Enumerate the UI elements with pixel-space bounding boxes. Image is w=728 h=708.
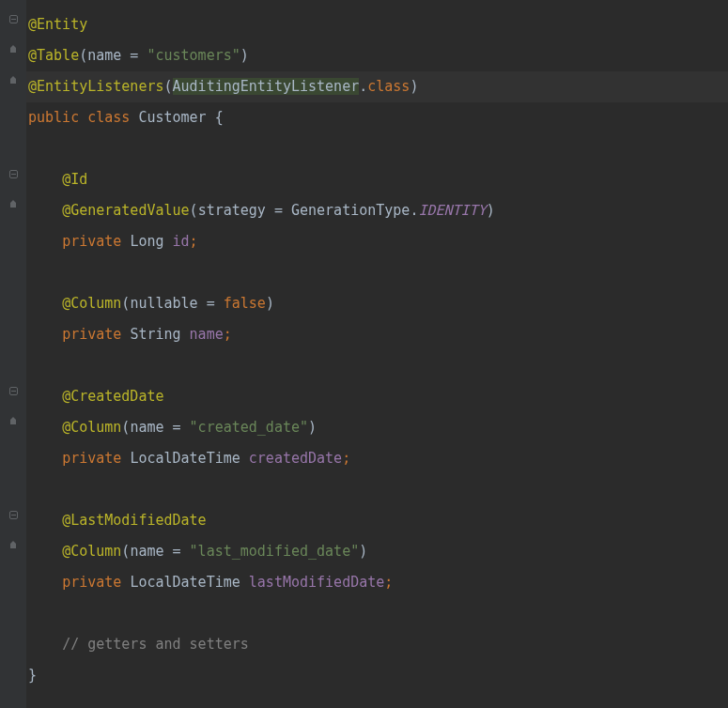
highlighted-identifier: AuditingEntityListener [173, 78, 360, 95]
punct: ; [224, 326, 232, 343]
annotation: @Entity [28, 16, 87, 33]
code-line[interactable]: private Long id; [28, 226, 728, 257]
punct: ( [79, 47, 87, 64]
punct: ( [190, 202, 198, 219]
param-name: strategy [198, 202, 266, 219]
string-literal: "created_date" [190, 419, 308, 436]
keyword: false [224, 295, 266, 312]
punct: = [121, 47, 147, 64]
type-ref: LocalDateTime [130, 574, 248, 591]
string-literal: "last_modified_date" [190, 543, 360, 560]
code-line[interactable] [28, 474, 728, 505]
param-name: name [130, 543, 163, 560]
code-line[interactable]: private String name; [28, 319, 728, 350]
code-line[interactable]: @EntityListeners(AuditingEntityListener.… [28, 71, 728, 102]
annotation: @Column [62, 295, 121, 312]
punct: = [164, 419, 190, 436]
keyword: private [62, 326, 130, 343]
punct: = [266, 202, 291, 219]
keyword: class [367, 78, 410, 95]
code-line[interactable]: public class Customer { [28, 102, 728, 133]
code-line[interactable] [28, 257, 728, 288]
code-line[interactable]: @Column(name = "last_modified_date") [28, 536, 728, 567]
field-name: lastModifiedDate [249, 574, 385, 591]
indent [28, 543, 62, 560]
punct: } [28, 667, 37, 684]
param-name: nullable [130, 295, 197, 312]
constant: IDENTITY [418, 202, 486, 219]
punct: ) [308, 419, 317, 436]
punct: ) [410, 78, 418, 95]
indent [28, 636, 62, 653]
annotation: @Id [62, 171, 87, 188]
fold-marker-icon[interactable] [8, 199, 19, 210]
comment: // getters and setters [62, 636, 249, 653]
string-literal: "customers" [147, 47, 240, 64]
keyword: private [62, 574, 130, 591]
code-line[interactable]: private LocalDateTime lastModifiedDate; [28, 567, 728, 598]
param-name: name [130, 419, 163, 436]
punct: ( [164, 78, 173, 95]
punct: = [198, 295, 224, 312]
fold-marker-icon[interactable] [8, 509, 19, 520]
type-ref: LocalDateTime [130, 450, 248, 467]
code-line[interactable]: @LastModifiedDate [28, 505, 728, 536]
indent [28, 171, 62, 188]
code-area[interactable]: @Entity @Table(name = "customers") @Enti… [26, 0, 728, 708]
keyword: public [28, 109, 87, 126]
keyword: private [62, 233, 130, 250]
indent [28, 450, 62, 467]
punct: ; [342, 450, 350, 467]
fold-marker-icon[interactable] [8, 416, 19, 427]
annotation: @Column [62, 543, 121, 560]
indent [28, 233, 62, 250]
code-line[interactable]: // getters and setters [28, 629, 728, 660]
code-line[interactable]: @Column(nullable = false) [28, 288, 728, 319]
field-name: name [190, 326, 224, 343]
code-line[interactable]: @Table(name = "customers") [28, 40, 728, 71]
fold-marker-icon[interactable] [8, 75, 19, 86]
indent [28, 388, 62, 405]
code-line[interactable] [28, 350, 728, 381]
indent [28, 574, 62, 591]
code-line[interactable]: private LocalDateTime createdDate; [28, 443, 728, 474]
param-name: name [87, 47, 121, 64]
fold-marker-icon[interactable] [8, 540, 19, 551]
fold-marker-icon[interactable] [8, 385, 19, 396]
code-line[interactable]: } [28, 660, 728, 691]
indent [28, 295, 62, 312]
classname: Customer [138, 109, 214, 126]
punct: . [359, 78, 367, 95]
code-line[interactable]: @CreatedDate [28, 381, 728, 412]
punct: = [164, 543, 190, 560]
indent [28, 419, 62, 436]
keyword: class [87, 109, 138, 126]
type-ref: GenerationType [291, 202, 410, 219]
annotation: @Table [28, 47, 79, 64]
fold-marker-icon[interactable] [8, 13, 19, 24]
punct: ) [359, 543, 367, 560]
editor-container: @Entity @Table(name = "customers") @Enti… [0, 0, 728, 708]
fold-marker-icon[interactable] [8, 168, 19, 179]
indent [28, 202, 62, 219]
code-line[interactable]: @Entity [28, 9, 728, 40]
code-line[interactable] [28, 598, 728, 629]
fold-marker-icon[interactable] [8, 44, 19, 55]
type-ref: Long [130, 233, 172, 250]
code-line[interactable]: @Id [28, 164, 728, 195]
field-name: createdDate [249, 450, 342, 467]
keyword: private [62, 450, 130, 467]
type-ref: String [130, 326, 189, 343]
code-line[interactable] [28, 133, 728, 164]
annotation: @GeneratedValue [62, 202, 189, 219]
code-line[interactable]: @GeneratedValue(strategy = GenerationTyp… [28, 195, 728, 226]
annotation: @LastModifiedDate [62, 512, 207, 529]
code-line[interactable]: @Column(name = "created_date") [28, 412, 728, 443]
punct: ; [190, 233, 198, 250]
punct: ) [266, 295, 274, 312]
annotation: @CreatedDate [62, 388, 163, 405]
indent [28, 326, 62, 343]
punct: ) [487, 202, 495, 219]
annotation: @Column [62, 419, 121, 436]
annotation: @EntityListeners [28, 78, 164, 95]
